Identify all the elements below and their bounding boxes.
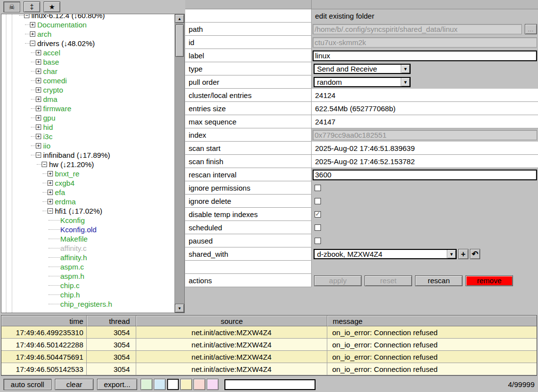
tree-item[interactable]: + gpu — [1, 113, 174, 122]
log-row[interactable]: 17:49:46.501422288 3054 net.init/active:… — [1, 339, 537, 351]
expand-toggle-icon[interactable]: + — [36, 87, 41, 93]
tree-scrollbar[interactable]: ▲ ▼ — [174, 14, 184, 313]
tree-item[interactable]: aspm.c — [1, 262, 174, 271]
expand-toggle-icon[interactable]: + — [48, 190, 53, 195]
tree-item[interactable]: chip.c — [1, 281, 174, 290]
log-level-swatch[interactable] — [207, 379, 219, 390]
scrollbar-thumb[interactable] — [175, 24, 184, 57]
expand-toggle-icon[interactable]: + — [36, 124, 41, 130]
index-input[interactable] — [313, 130, 537, 140]
expand-toggle-icon[interactable]: − — [42, 162, 47, 167]
path-input[interactable] — [313, 24, 522, 34]
expand-toggle-icon[interactable]: + — [48, 180, 53, 186]
log-level-swatch[interactable] — [167, 379, 179, 390]
tree-item[interactable]: − hw (↓21.20%) — [1, 160, 174, 169]
tree-item[interactable]: Kconfig.old — [1, 225, 174, 234]
tree-item[interactable]: − drivers (↓48.02%) — [1, 39, 174, 48]
tree-item[interactable]: + bnxt_re — [1, 169, 174, 178]
log-level-swatch[interactable] — [141, 379, 152, 390]
pull-order-select[interactable]: random ▼ — [314, 77, 411, 87]
expand-toggle-icon[interactable]: + — [30, 22, 35, 27]
tree-item[interactable]: + dma — [1, 95, 174, 104]
chevron-down-icon[interactable]: ▼ — [401, 78, 410, 86]
tree-item[interactable]: + erdma — [1, 197, 174, 206]
tree-item[interactable]: − hfi1 (↓17.02%) — [1, 206, 174, 216]
log-level-swatch[interactable] — [180, 379, 192, 390]
tree-item[interactable]: chip_registers.h — [1, 299, 174, 309]
scroll-down-icon[interactable]: ▼ — [175, 304, 184, 313]
expand-toggle-icon[interactable]: + — [36, 106, 41, 111]
scheduled-checkbox[interactable] — [315, 224, 321, 231]
label-input[interactable] — [313, 50, 537, 61]
chevron-down-icon[interactable]: ▼ — [447, 250, 456, 258]
tree-item[interactable]: + efa — [1, 188, 174, 197]
log-row[interactable]: 17:49:46.499235310 3054 net.init/active:… — [1, 326, 537, 339]
tree-item[interactable]: + comedi — [1, 76, 174, 85]
tree-item[interactable]: + crypto — [1, 85, 174, 95]
tree-item[interactable]: + i3c — [1, 132, 174, 141]
rescan-button[interactable]: rescan — [415, 275, 463, 286]
tree-item[interactable]: + base — [1, 57, 174, 67]
double-dagger-icon-button[interactable]: ‡ — [24, 1, 40, 12]
expand-toggle-icon[interactable]: + — [36, 143, 41, 148]
reset-button[interactable]: reset — [365, 275, 412, 286]
tree-item[interactable]: − infiniband (↓17.89%) — [1, 150, 174, 160]
tree-item[interactable]: Kconfig — [1, 216, 174, 225]
tree-item[interactable]: + iio — [1, 141, 174, 150]
tree-item[interactable]: chip.h — [1, 290, 174, 299]
shared-with-select[interactable]: d-zbook, MZXW4Z4 ▼ — [314, 249, 457, 259]
expand-toggle-icon[interactable]: − — [48, 208, 53, 214]
expand-toggle-icon[interactable]: + — [36, 59, 41, 65]
tree-item[interactable]: aspm.h — [1, 271, 174, 281]
ignore-permissions-checkbox[interactable] — [315, 185, 321, 191]
tree-item[interactable]: + accel — [1, 48, 174, 57]
tree-item[interactable]: affinity.h — [1, 253, 174, 262]
expand-toggle-icon[interactable]: + — [36, 69, 41, 74]
expand-toggle-icon[interactable]: − — [30, 41, 35, 46]
browse-button[interactable]: ... — [525, 24, 537, 34]
tree-item[interactable]: − linux-6.12.4 (↓60.80%) — [1, 14, 174, 20]
expand-toggle-icon[interactable]: − — [24, 14, 29, 18]
tree-item[interactable]: + firmware — [1, 104, 174, 113]
remove-button[interactable]: remove — [465, 275, 513, 286]
scroll-up-icon[interactable]: ▲ — [175, 14, 184, 23]
log-filter-input[interactable] — [224, 379, 316, 390]
expand-toggle-icon[interactable]: + — [36, 134, 41, 139]
undo-button[interactable]: ↶ — [470, 249, 480, 259]
tree-item[interactable]: + hid — [1, 122, 174, 132]
clear-button[interactable]: clear — [55, 379, 94, 390]
expand-toggle-icon[interactable]: + — [36, 115, 41, 121]
log-level-swatch[interactable] — [154, 379, 166, 390]
type-select[interactable]: Send and Receive ▼ — [314, 64, 411, 74]
log-level-swatch[interactable] — [194, 379, 205, 390]
tree-item[interactable]: + char — [1, 67, 174, 76]
tree-item[interactable]: + cxgb4 — [1, 178, 174, 188]
expand-toggle-icon[interactable]: + — [36, 97, 41, 102]
export-button[interactable]: export... — [97, 379, 137, 390]
star-icon-button[interactable]: ★ — [44, 1, 60, 12]
expand-toggle-icon[interactable]: + — [30, 31, 35, 37]
skull-icon-button[interactable]: ☠ — [3, 1, 20, 12]
paused-checkbox[interactable] — [315, 238, 321, 244]
folder-id-input[interactable] — [313, 37, 537, 48]
chevron-down-icon[interactable]: ▼ — [401, 65, 410, 73]
tree-item[interactable]: + arch — [1, 29, 174, 39]
auto-scroll-button[interactable]: auto scroll — [3, 379, 51, 390]
log-header-thread[interactable]: thread — [87, 316, 136, 326]
rescan-interval-input[interactable] — [313, 170, 537, 180]
expand-toggle-icon[interactable]: + — [36, 78, 41, 83]
expand-toggle-icon[interactable]: + — [48, 199, 53, 204]
log-row[interactable]: 17:49:46.505142533 3054 net.init/active:… — [1, 363, 537, 375]
log-header-time[interactable]: time — [1, 316, 87, 326]
ignore-delete-checkbox[interactable] — [315, 198, 321, 204]
expand-toggle-icon[interactable]: + — [48, 171, 53, 176]
expand-toggle-icon[interactable]: − — [36, 152, 41, 158]
log-row[interactable]: 17:49:46.504475691 3054 net.init/active:… — [1, 351, 537, 363]
log-header-source[interactable]: source — [136, 316, 327, 326]
apply-button[interactable]: apply — [314, 275, 362, 286]
expand-toggle-icon[interactable]: + — [36, 50, 41, 55]
tree-item[interactable]: Makefile — [1, 234, 174, 244]
log-header-message[interactable]: message — [327, 316, 537, 326]
add-device-button[interactable]: + — [458, 249, 468, 259]
tree-item[interactable]: + Documentation — [1, 20, 174, 29]
